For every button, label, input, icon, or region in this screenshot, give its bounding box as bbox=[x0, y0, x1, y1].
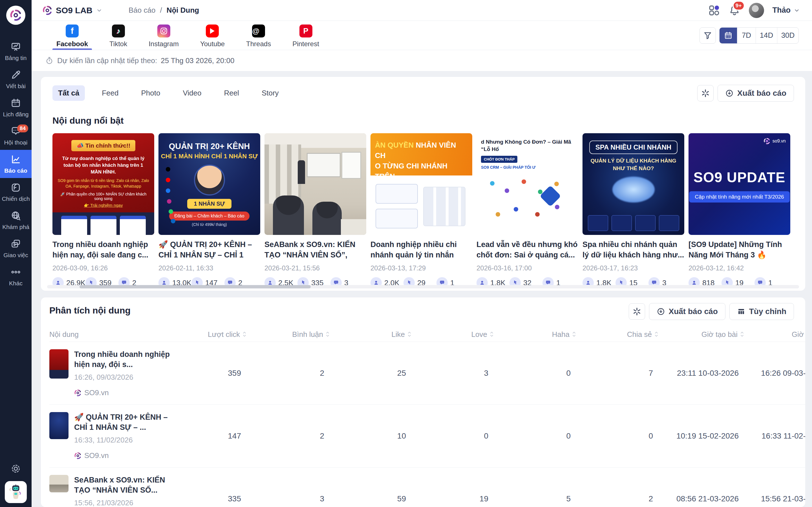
sidebar-item-bao-cao[interactable]: Báo cáo bbox=[0, 150, 32, 178]
apps-grid-icon[interactable] bbox=[708, 4, 720, 16]
featured-card[interactable]: SeABank x SO9.vn: KIẾN TẠO “NHÂN VIÊN SỐ… bbox=[264, 133, 366, 288]
featured-card[interactable]: SPA NHIỀU CHI NHÁNH QUẢN LÝ DỮ LIỆU KHÁC… bbox=[582, 133, 684, 288]
post-title: Spa nhiều chi nhánh quản lý dữ liệu khác… bbox=[582, 239, 684, 261]
cell-love: 0 bbox=[417, 432, 500, 441]
platform-bar: fFacebook ♪Tiktok Instagram Youtube @Thr… bbox=[32, 21, 812, 50]
user-menu[interactable]: Thảo bbox=[772, 6, 801, 15]
featured-card[interactable]: 📣 Tin chính thức!! Từ nay doanh nghiệp c… bbox=[52, 133, 154, 288]
tab-facebook[interactable]: fFacebook bbox=[52, 21, 92, 50]
sidebar-item-kham-pha[interactable]: Khám phá bbox=[0, 206, 32, 234]
table-row[interactable]: SeABank x SO9.vn: KIẾN TẠO “NHÂN VIÊN SỐ… bbox=[49, 467, 805, 507]
column-gio-dang[interactable]: Giờ đăng bbox=[750, 330, 805, 339]
cell-clicks: 359 bbox=[202, 369, 252, 378]
tiktok-icon: ♪ bbox=[112, 24, 125, 38]
custom-range-button[interactable] bbox=[719, 27, 737, 43]
so9-logo[interactable] bbox=[6, 6, 26, 25]
post-date: 2026-03-12, 16:42 bbox=[689, 264, 790, 272]
featured-cards: 📣 Tin chính thức!! Từ nay doanh nghiệp c… bbox=[52, 133, 805, 288]
sidebar-item-viet-bai[interactable]: Viết bài bbox=[0, 65, 32, 94]
tab-threads[interactable]: @Threads bbox=[242, 21, 275, 50]
cell-share: 7 bbox=[582, 369, 664, 378]
sort-icon bbox=[325, 331, 330, 338]
breadcrumb-current: Nội Dung bbox=[167, 6, 199, 15]
range-14d-button[interactable]: 14D bbox=[756, 27, 777, 43]
range-30d-button[interactable]: 30D bbox=[777, 27, 799, 43]
tab-instagram[interactable]: Instagram bbox=[145, 21, 183, 50]
post-date: 2026-03-17, 16:23 bbox=[582, 264, 684, 272]
sidebar-item-giao-viec[interactable]: Giao việc bbox=[0, 234, 32, 263]
sort-icon bbox=[740, 331, 744, 338]
settings-button[interactable] bbox=[10, 463, 21, 474]
sidebar-item-lich-dang[interactable]: Lịch đăng bbox=[0, 94, 32, 122]
export-report-button[interactable]: Xuất báo cáo bbox=[649, 303, 725, 320]
assistant-mascot-button[interactable] bbox=[5, 481, 27, 503]
table-row[interactable]: 🚀 QUẢN TRỊ 20+ KÊNH – CHỈ 1 NHÂN SỰ – ..… bbox=[49, 404, 805, 467]
post-title: SeABank x SO9.vn: KIẾN TẠO “NHÂN VIÊN SỐ… bbox=[264, 239, 366, 261]
column-love[interactable]: Love bbox=[417, 330, 500, 339]
post-date: 2026-03-16, 17:00 bbox=[476, 264, 578, 272]
content-type-tabs: Tất cả Feed Photo Video Reel Story bbox=[52, 86, 805, 101]
row-thumbnail bbox=[49, 412, 68, 439]
cell-love: 3 bbox=[417, 369, 500, 378]
sidebar-item-khac[interactable]: Khác bbox=[0, 263, 32, 291]
chart-icon bbox=[10, 154, 21, 165]
ai-assistant-button[interactable] bbox=[629, 303, 645, 320]
tab-reel[interactable]: Reel bbox=[218, 86, 245, 101]
avatar[interactable] bbox=[749, 3, 764, 18]
breadcrumb-parent[interactable]: Báo cáo bbox=[129, 6, 155, 15]
cell-clicks: 335 bbox=[202, 494, 252, 503]
table-header: Nội dung Lượt click Bình luận Like Love … bbox=[49, 327, 805, 342]
featured-card[interactable]: ÀN QUYỀN NHÂN VIÊN CHO TỪNG CHI NHÁNH TR… bbox=[370, 133, 472, 288]
tab-tiktok[interactable]: ♪Tiktok bbox=[105, 21, 131, 50]
customize-columns-button[interactable]: Tùy chỉnh bbox=[729, 303, 794, 320]
featured-card[interactable]: so9.vn SO9 UPDATE Cập nhật tính năng mới… bbox=[689, 133, 790, 288]
filter-button[interactable] bbox=[700, 27, 716, 44]
row-time: 15:56, 21/03/2026 bbox=[74, 499, 170, 507]
platform-tab-label: Threads bbox=[246, 40, 271, 48]
scrollbar-thumb[interactable] bbox=[80, 285, 311, 288]
featured-card[interactable]: QUẢN TRỊ 20+ KÊNH CHỈ 1 MÀN HÌNH CHỈ 1 N… bbox=[158, 133, 260, 288]
sidebar-item-label: Lịch đăng bbox=[3, 111, 29, 118]
poster-portrait bbox=[194, 165, 225, 195]
date-range-segmented: 7D 14D 30D bbox=[719, 27, 799, 44]
column-like[interactable]: Like bbox=[336, 330, 417, 339]
so9-swirl-icon bbox=[74, 452, 82, 459]
board-icon bbox=[10, 41, 21, 52]
tab-story[interactable]: Story bbox=[256, 86, 285, 101]
column-label: Giờ tạo bài bbox=[702, 330, 738, 339]
platform-tab-label: Facebook bbox=[56, 40, 88, 48]
sidebar-item-bang-tin[interactable]: Bảng tin bbox=[0, 37, 32, 65]
tab-youtube[interactable]: Youtube bbox=[196, 21, 229, 50]
tab-tat-ca[interactable]: Tất cả bbox=[52, 86, 85, 101]
column-haha[interactable]: Haha bbox=[500, 330, 582, 339]
workspace-switcher[interactable]: SO9 LAB bbox=[42, 5, 103, 15]
tab-feed[interactable]: Feed bbox=[96, 86, 124, 101]
ai-assistant-button[interactable] bbox=[697, 85, 714, 101]
sidebar-item-chien-dich[interactable]: Chiến dịch bbox=[0, 178, 32, 206]
gpt-icon bbox=[632, 307, 642, 316]
column-label: Love bbox=[471, 330, 487, 339]
broadcast-icon bbox=[10, 182, 21, 193]
tab-photo[interactable]: Photo bbox=[135, 86, 166, 101]
explore-icon bbox=[10, 210, 21, 221]
column-luot-click[interactable]: Lượt click bbox=[202, 330, 252, 339]
range-7d-button[interactable]: 7D bbox=[737, 27, 756, 43]
column-binh-luan[interactable]: Bình luận bbox=[252, 330, 336, 339]
tab-pinterest[interactable]: PPinterest bbox=[289, 21, 323, 50]
threads-icon: @ bbox=[252, 24, 265, 38]
table-row[interactable]: Trong nhiều doanh nghiệp hiện nay, đội s… bbox=[49, 342, 805, 404]
sidebar-item-hoi-thoai[interactable]: 84Hội thoại bbox=[0, 122, 32, 150]
funnel-icon bbox=[703, 31, 712, 40]
so9-swirl-icon bbox=[74, 389, 82, 397]
notifications-button[interactable]: 9+ bbox=[728, 4, 741, 16]
poster-text: SPA NHIỀU CHI NHÁNH bbox=[589, 140, 677, 154]
column-chia-se[interactable]: Chia sẻ bbox=[582, 330, 664, 339]
tab-video[interactable]: Video bbox=[177, 86, 207, 101]
next-update-line: Dự kiến lần cập nhật tiếp theo: 25 Thg 0… bbox=[32, 50, 812, 71]
cell-posted: 16:26 09-03-2026 bbox=[750, 369, 805, 378]
export-report-button[interactable]: Xuất báo cáo bbox=[718, 85, 794, 102]
app-window: Bảng tin Viết bài Lịch đăng 84Hội thoại … bbox=[0, 0, 812, 507]
featured-card[interactable]: d Nhưng Không Có Đơn? – Giải Mã “Lỗ Hổ C… bbox=[476, 133, 578, 288]
post-thumbnail: 📣 Tin chính thức!! Từ nay doanh nghiệp c… bbox=[52, 133, 154, 235]
column-gio-tao-bai[interactable]: Giờ tạo bài bbox=[664, 330, 750, 339]
